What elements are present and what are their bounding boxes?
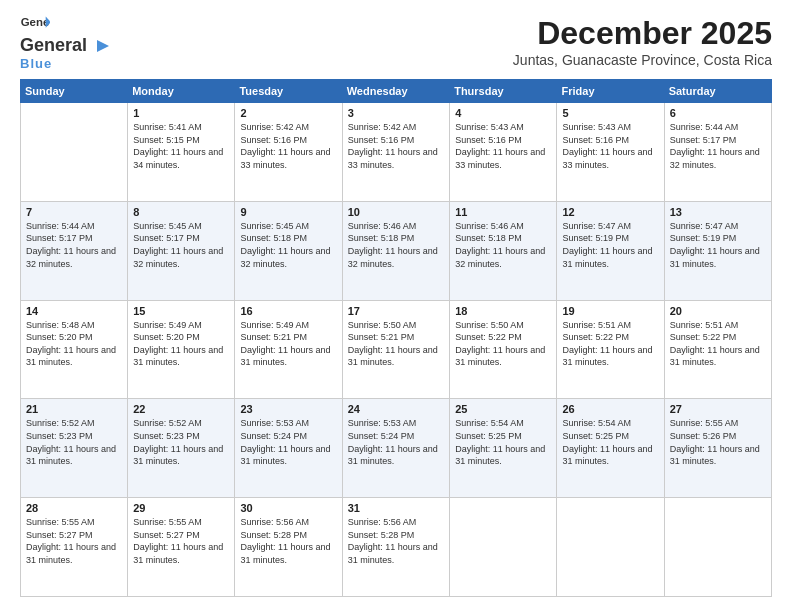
day-number: 31 [348,502,444,514]
table-row: 25Sunrise: 5:54 AMSunset: 5:25 PMDayligh… [450,399,557,498]
table-row: 7Sunrise: 5:44 AMSunset: 5:17 PMDaylight… [21,201,128,300]
table-row: 5Sunrise: 5:43 AMSunset: 5:16 PMDaylight… [557,103,664,202]
table-row: 23Sunrise: 5:53 AMSunset: 5:24 PMDayligh… [235,399,342,498]
table-row: 21Sunrise: 5:52 AMSunset: 5:23 PMDayligh… [21,399,128,498]
day-info: Sunrise: 5:51 AMSunset: 5:22 PMDaylight:… [670,319,766,369]
table-row: 10Sunrise: 5:46 AMSunset: 5:18 PMDayligh… [342,201,449,300]
table-row: 4Sunrise: 5:43 AMSunset: 5:16 PMDaylight… [450,103,557,202]
svg-text:General: General [21,16,50,28]
day-number: 23 [240,403,336,415]
calendar: Sunday Monday Tuesday Wednesday Thursday… [20,79,772,597]
day-info: Sunrise: 5:54 AMSunset: 5:25 PMDaylight:… [562,417,658,467]
page: General General Blue December 2025 Junta… [0,0,792,612]
day-number: 7 [26,206,122,218]
day-number: 12 [562,206,658,218]
table-row [21,103,128,202]
col-tuesday: Tuesday [235,80,342,103]
day-info: Sunrise: 5:45 AMSunset: 5:18 PMDaylight:… [240,220,336,270]
day-number: 22 [133,403,229,415]
day-info: Sunrise: 5:44 AMSunset: 5:17 PMDaylight:… [670,121,766,171]
table-row [450,498,557,597]
day-number: 15 [133,305,229,317]
day-info: Sunrise: 5:55 AMSunset: 5:26 PMDaylight:… [670,417,766,467]
day-info: Sunrise: 5:56 AMSunset: 5:28 PMDaylight:… [240,516,336,566]
col-friday: Friday [557,80,664,103]
day-info: Sunrise: 5:48 AMSunset: 5:20 PMDaylight:… [26,319,122,369]
day-info: Sunrise: 5:52 AMSunset: 5:23 PMDaylight:… [133,417,229,467]
col-sunday: Sunday [21,80,128,103]
day-info: Sunrise: 5:47 AMSunset: 5:19 PMDaylight:… [670,220,766,270]
day-info: Sunrise: 5:46 AMSunset: 5:18 PMDaylight:… [455,220,551,270]
table-row: 22Sunrise: 5:52 AMSunset: 5:23 PMDayligh… [128,399,235,498]
day-number: 4 [455,107,551,119]
table-row: 24Sunrise: 5:53 AMSunset: 5:24 PMDayligh… [342,399,449,498]
day-number: 29 [133,502,229,514]
calendar-header-row: Sunday Monday Tuesday Wednesday Thursday… [21,80,772,103]
day-number: 25 [455,403,551,415]
day-info: Sunrise: 5:53 AMSunset: 5:24 PMDaylight:… [240,417,336,467]
table-row: 26Sunrise: 5:54 AMSunset: 5:25 PMDayligh… [557,399,664,498]
day-info: Sunrise: 5:50 AMSunset: 5:22 PMDaylight:… [455,319,551,369]
svg-marker-2 [97,40,109,52]
table-row: 2Sunrise: 5:42 AMSunset: 5:16 PMDaylight… [235,103,342,202]
logo-arrow-icon [91,38,111,54]
table-row: 28Sunrise: 5:55 AMSunset: 5:27 PMDayligh… [21,498,128,597]
day-info: Sunrise: 5:49 AMSunset: 5:21 PMDaylight:… [240,319,336,369]
day-info: Sunrise: 5:56 AMSunset: 5:28 PMDaylight:… [348,516,444,566]
table-row [664,498,771,597]
table-row: 12Sunrise: 5:47 AMSunset: 5:19 PMDayligh… [557,201,664,300]
table-row: 6Sunrise: 5:44 AMSunset: 5:17 PMDaylight… [664,103,771,202]
header: General General Blue December 2025 Junta… [20,15,772,71]
logo: General General Blue [20,15,111,71]
day-number: 6 [670,107,766,119]
day-info: Sunrise: 5:46 AMSunset: 5:18 PMDaylight:… [348,220,444,270]
day-info: Sunrise: 5:55 AMSunset: 5:27 PMDaylight:… [133,516,229,566]
logo-blue: Blue [20,56,52,71]
day-info: Sunrise: 5:43 AMSunset: 5:16 PMDaylight:… [562,121,658,171]
table-row: 29Sunrise: 5:55 AMSunset: 5:27 PMDayligh… [128,498,235,597]
logo-general: General [20,35,87,56]
day-number: 9 [240,206,336,218]
day-number: 8 [133,206,229,218]
day-number: 11 [455,206,551,218]
day-number: 13 [670,206,766,218]
day-number: 1 [133,107,229,119]
day-number: 26 [562,403,658,415]
day-number: 30 [240,502,336,514]
month-title: December 2025 [513,15,772,52]
day-number: 16 [240,305,336,317]
day-info: Sunrise: 5:53 AMSunset: 5:24 PMDaylight:… [348,417,444,467]
table-row: 16Sunrise: 5:49 AMSunset: 5:21 PMDayligh… [235,300,342,399]
day-info: Sunrise: 5:45 AMSunset: 5:17 PMDaylight:… [133,220,229,270]
location-title: Juntas, Guanacaste Province, Costa Rica [513,52,772,68]
col-wednesday: Wednesday [342,80,449,103]
day-info: Sunrise: 5:55 AMSunset: 5:27 PMDaylight:… [26,516,122,566]
table-row: 9Sunrise: 5:45 AMSunset: 5:18 PMDaylight… [235,201,342,300]
table-row: 18Sunrise: 5:50 AMSunset: 5:22 PMDayligh… [450,300,557,399]
table-row: 3Sunrise: 5:42 AMSunset: 5:16 PMDaylight… [342,103,449,202]
table-row: 17Sunrise: 5:50 AMSunset: 5:21 PMDayligh… [342,300,449,399]
day-info: Sunrise: 5:49 AMSunset: 5:20 PMDaylight:… [133,319,229,369]
table-row: 13Sunrise: 5:47 AMSunset: 5:19 PMDayligh… [664,201,771,300]
col-monday: Monday [128,80,235,103]
day-number: 17 [348,305,444,317]
day-number: 2 [240,107,336,119]
day-info: Sunrise: 5:43 AMSunset: 5:16 PMDaylight:… [455,121,551,171]
table-row: 30Sunrise: 5:56 AMSunset: 5:28 PMDayligh… [235,498,342,597]
table-row: 31Sunrise: 5:56 AMSunset: 5:28 PMDayligh… [342,498,449,597]
day-info: Sunrise: 5:50 AMSunset: 5:21 PMDaylight:… [348,319,444,369]
day-number: 28 [26,502,122,514]
day-number: 14 [26,305,122,317]
table-row: 11Sunrise: 5:46 AMSunset: 5:18 PMDayligh… [450,201,557,300]
table-row: 20Sunrise: 5:51 AMSunset: 5:22 PMDayligh… [664,300,771,399]
table-row: 1Sunrise: 5:41 AMSunset: 5:15 PMDaylight… [128,103,235,202]
day-number: 21 [26,403,122,415]
table-row: 8Sunrise: 5:45 AMSunset: 5:17 PMDaylight… [128,201,235,300]
day-info: Sunrise: 5:51 AMSunset: 5:22 PMDaylight:… [562,319,658,369]
day-number: 27 [670,403,766,415]
day-number: 5 [562,107,658,119]
table-row: 14Sunrise: 5:48 AMSunset: 5:20 PMDayligh… [21,300,128,399]
day-number: 18 [455,305,551,317]
day-number: 10 [348,206,444,218]
day-number: 19 [562,305,658,317]
